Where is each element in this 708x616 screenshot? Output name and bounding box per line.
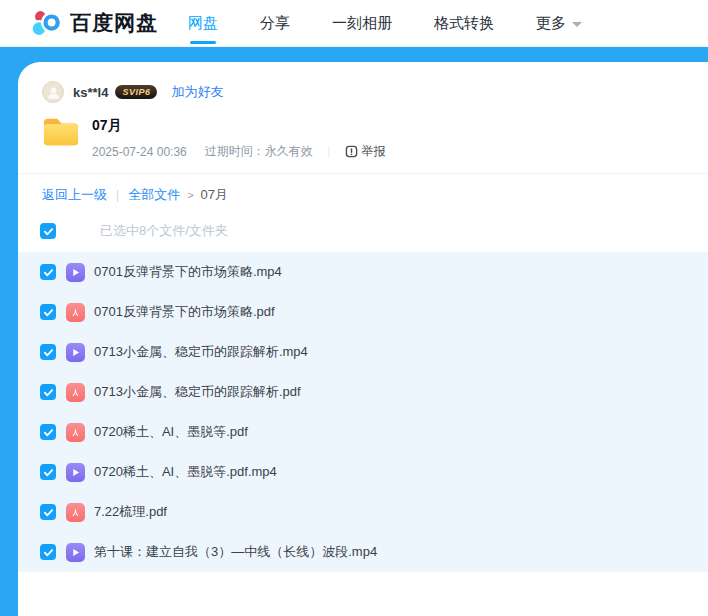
add-friend-link[interactable]: 加为好友	[171, 83, 223, 101]
file-name[interactable]: 0713小金属、稳定币的跟踪解析.mp4	[94, 343, 308, 361]
row-checkbox[interactable]	[40, 344, 56, 360]
pdf-file-icon	[66, 303, 85, 322]
sharer-info-row: ks**l4 SVIP6 加为好友	[42, 80, 708, 104]
check-icon	[43, 427, 54, 438]
nav-tab-more[interactable]: 更多	[536, 14, 582, 33]
report-button[interactable]: 举报	[345, 143, 386, 160]
row-checkbox[interactable]	[40, 504, 56, 520]
folder-icon	[40, 114, 82, 150]
pdf-glyph-icon	[70, 427, 81, 438]
breadcrumb-all-files-link[interactable]: 全部文件	[128, 186, 180, 204]
nav-tab-share[interactable]: 分享	[260, 14, 290, 33]
select-all-checkbox[interactable]	[40, 223, 56, 239]
video-file-icon	[66, 463, 85, 482]
check-icon	[43, 267, 54, 278]
file-name[interactable]: 0720稀土、AI、墨脱等.pdf.mp4	[94, 463, 277, 481]
file-name[interactable]: 7.22梳理.pdf	[94, 503, 167, 521]
nav-tab-album[interactable]: 一刻相册	[332, 14, 392, 33]
list-item[interactable]: 0713小金属、稳定币的跟踪解析.mp4	[18, 332, 708, 372]
video-file-icon	[66, 263, 85, 282]
pdf-glyph-icon	[70, 387, 81, 398]
top-header: 百度网盘 网盘 分享 一刻相册 格式转换 更多	[0, 0, 708, 47]
shared-folder-header: 07月 2025-07-24 00:36 过期时间：永久有效 ｜ 举报	[40, 114, 708, 160]
section-divider	[18, 173, 708, 174]
row-checkbox[interactable]	[40, 264, 56, 280]
pdf-glyph-icon	[70, 507, 81, 518]
file-name[interactable]: 0701反弹背景下的市场策略.mp4	[94, 263, 282, 281]
check-icon	[43, 547, 54, 558]
brand-title: 百度网盘	[70, 9, 158, 37]
list-item[interactable]: 0720稀土、AI、墨脱等.pdf.mp4	[18, 452, 708, 492]
file-name[interactable]: 0713小金属、稳定币的跟踪解析.pdf	[94, 383, 301, 401]
list-item[interactable]: 第十课：建立自我（3）—中线（长线）波段.mp4	[18, 532, 708, 572]
check-icon	[43, 387, 54, 398]
file-name[interactable]: 第十课：建立自我（3）—中线（长线）波段.mp4	[94, 543, 377, 561]
list-item[interactable]: 0701反弹背景下的市场策略.mp4	[18, 252, 708, 292]
share-content-card: ks**l4 SVIP6 加为好友 07月	[18, 62, 708, 616]
nav-more-label: 更多	[536, 14, 566, 33]
check-icon	[43, 507, 54, 518]
person-icon	[46, 85, 61, 100]
pdf-file-icon	[66, 423, 85, 442]
check-icon	[43, 226, 54, 237]
svip-badge[interactable]: SVIP6	[115, 85, 157, 99]
breadcrumb-current-folder: 07月	[201, 186, 228, 204]
folder-title: 07月	[92, 117, 386, 135]
netdisk-logo-icon	[30, 8, 62, 38]
file-list: 0701反弹背景下的市场策略.mp4 0701反弹背景下的市场策略.pdf 07…	[18, 252, 708, 572]
folder-info: 07月 2025-07-24 00:36 过期时间：永久有效 ｜ 举报	[92, 114, 386, 160]
breadcrumb: 返回上一级 | 全部文件 > 07月	[42, 186, 708, 204]
video-file-icon	[66, 543, 85, 562]
pdf-file-icon	[66, 383, 85, 402]
list-item[interactable]: 0720稀土、AI、墨脱等.pdf	[18, 412, 708, 452]
avatar[interactable]	[42, 81, 64, 103]
report-label: 举报	[362, 143, 386, 160]
play-icon	[71, 268, 80, 277]
folder-meta: 2025-07-24 00:36 过期时间：永久有效 ｜ 举报	[92, 143, 386, 160]
pdf-glyph-icon	[70, 307, 81, 318]
video-file-icon	[66, 343, 85, 362]
meta-separator: ｜	[323, 143, 335, 160]
nav-tab-convert[interactable]: 格式转换	[434, 14, 494, 33]
expire-info: 过期时间：永久有效	[205, 143, 313, 160]
check-icon	[43, 307, 54, 318]
main-nav: 网盘 分享 一刻相册 格式转换 更多	[188, 14, 624, 33]
baidu-netdisk-logo[interactable]: 百度网盘	[30, 8, 158, 38]
selection-summary-row: 已选中8个文件/文件夹	[18, 216, 708, 246]
pdf-file-icon	[66, 503, 85, 522]
selection-summary-text: 已选中8个文件/文件夹	[100, 222, 228, 240]
row-checkbox[interactable]	[40, 424, 56, 440]
breadcrumb-divider: |	[116, 188, 119, 202]
check-icon	[43, 467, 54, 478]
row-checkbox[interactable]	[40, 304, 56, 320]
chevron-down-icon	[572, 22, 582, 27]
breadcrumb-arrow-icon: >	[187, 189, 193, 201]
sharer-username: ks**l4	[73, 85, 108, 100]
page-background: ks**l4 SVIP6 加为好友 07月	[0, 47, 708, 616]
share-date: 2025-07-24 00:36	[92, 145, 187, 159]
nav-tab-netdisk[interactable]: 网盘	[188, 14, 218, 33]
play-icon	[71, 548, 80, 557]
check-icon	[43, 347, 54, 358]
report-icon	[345, 145, 358, 158]
file-name[interactable]: 0701反弹背景下的市场策略.pdf	[94, 303, 275, 321]
file-name[interactable]: 0720稀土、AI、墨脱等.pdf	[94, 423, 248, 441]
row-checkbox[interactable]	[40, 384, 56, 400]
row-checkbox[interactable]	[40, 544, 56, 560]
list-item[interactable]: 7.22梳理.pdf	[18, 492, 708, 532]
play-icon	[71, 348, 80, 357]
breadcrumb-back-link[interactable]: 返回上一级	[42, 186, 107, 204]
list-item[interactable]: 0701反弹背景下的市场策略.pdf	[18, 292, 708, 332]
play-icon	[71, 468, 80, 477]
list-item[interactable]: 0713小金属、稳定币的跟踪解析.pdf	[18, 372, 708, 412]
row-checkbox[interactable]	[40, 464, 56, 480]
